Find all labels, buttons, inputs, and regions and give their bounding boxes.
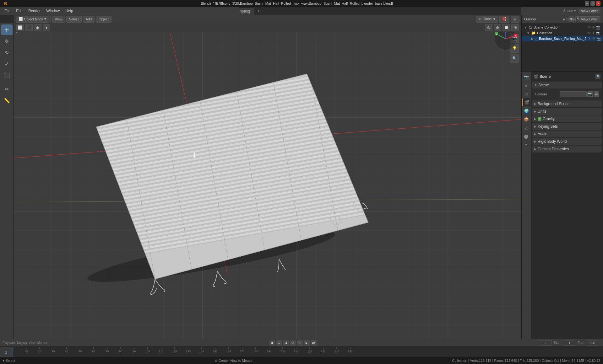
custom-props-label: Custom Properties — [538, 147, 569, 151]
keying-sets-toggle[interactable]: ▶ Keying Sets — [532, 123, 602, 130]
maximize-button[interactable]: □ — [590, 1, 595, 6]
rigid-body-toggle[interactable]: ▶ Rigid Body World — [532, 138, 602, 145]
svg-text:30: 30 — [52, 350, 55, 353]
sidebar-annotate-tool[interactable]: ✏ — [1, 84, 13, 94]
outliner-object[interactable]: ▶ △ Bamboo_Sushi_Rolling_Mat_2 👁 ✛ 📷 — [522, 36, 603, 41]
outliner-collection[interactable]: ▼ 📁 Collection 👁 ✛ 📷 — [522, 30, 603, 36]
sidebar-measure-tool[interactable]: 📏 — [1, 95, 13, 106]
units-toggle[interactable]: ▶ Units — [532, 108, 602, 115]
background-scene-toggle[interactable]: ▶ Background Scene — [532, 100, 602, 107]
jump-start-button[interactable]: ⏮ — [276, 340, 282, 346]
viewport-shading-wireframe[interactable]: ⬜ — [16, 24, 24, 31]
select-icon[interactable]: ✛ — [592, 25, 595, 29]
viewport-search-icon[interactable]: 🔍 — [510, 54, 519, 63]
camera-edit-icon[interactable]: ✏ — [594, 91, 599, 97]
viewport-grid — [14, 23, 521, 339]
rigid-body-section: ▶ Rigid Body World — [532, 138, 602, 145]
props-particle-icon[interactable]: ✦ — [522, 141, 530, 149]
play-button[interactable]: ▷ — [297, 340, 303, 346]
svg-text:140: 140 — [199, 350, 204, 353]
camera-browse-icon[interactable]: 📷 — [587, 91, 593, 97]
props-render-icon[interactable]: 📷 — [522, 73, 530, 81]
viewport-overlay-toggle[interactable]: ⊙ — [485, 24, 492, 31]
scene-canvas[interactable]: X Y Z 📷 💡 🔍 — [14, 23, 521, 339]
menu-file[interactable]: File — [2, 8, 13, 14]
status-bar: ● Select ⊕ Center View to Mouse Collecti… — [0, 357, 603, 364]
end-frame-display[interactable]: 250 — [587, 340, 598, 346]
menu-bar: File Edit Render Window Help — [0, 7, 239, 15]
gravity-toggle[interactable]: ▶ ✓ Gravity — [532, 115, 602, 122]
timeline-playback-btn[interactable]: Playback — [3, 341, 15, 345]
scene-collection-label: Scene Collection — [534, 25, 560, 29]
viewport-shading-rendered[interactable]: ● — [43, 24, 50, 31]
render-icon[interactable]: 📷 — [596, 25, 600, 29]
props-scene-icon[interactable]: 🎬 — [522, 98, 530, 106]
props-world-icon[interactable]: 🌍 — [522, 107, 530, 115]
minimize-button[interactable]: ─ — [585, 1, 589, 6]
add-workspace-button[interactable]: + — [255, 7, 262, 15]
scene-section-label: Scene — [538, 83, 549, 87]
menu-edit[interactable]: Edit — [14, 8, 25, 14]
timeline-keying-btn[interactable]: Keying — [17, 341, 27, 345]
sidebar-transform-tool[interactable]: ⬛ — [1, 70, 13, 80]
close-button[interactable]: ✕ — [596, 1, 600, 6]
global-local-toggle[interactable]: ⊕ Global ▾ — [476, 16, 498, 23]
svg-text:240: 240 — [334, 350, 339, 353]
viewport-3d[interactable]: ⬜ ⬛ ◉ ● ⊙ ⊕ 🔲 ◎ User Perspective (Local)… — [14, 23, 521, 339]
view-layer-label-tr[interactable]: View Layer — [579, 8, 600, 13]
svg-text:150: 150 — [213, 350, 217, 353]
object-mode-selector[interactable]: ⬜ Object Mode ▾ — [16, 16, 49, 23]
sidebar-rotate-tool[interactable]: ↻ — [1, 47, 13, 58]
select-icon[interactable]: ✛ — [592, 37, 595, 41]
visibility-icon[interactable]: 👁 — [587, 25, 591, 29]
viewport-gizmo-toggle[interactable]: ⊕ — [494, 24, 501, 31]
render-icon[interactable]: 📷 — [596, 31, 600, 35]
menu-window[interactable]: Window — [44, 8, 62, 14]
current-frame-display[interactable]: 1 — [539, 340, 551, 346]
custom-props-toggle[interactable]: ▶ Custom Properties — [532, 146, 602, 153]
props-viewlayer-icon[interactable]: 🗂 — [522, 90, 530, 98]
outliner-scene-collection[interactable]: ▼ 🗂 Scene Collection 👁 ✛ 📷 — [522, 24, 603, 30]
record-button[interactable]: ⏺ — [269, 340, 275, 346]
jump-end-button[interactable]: ⏭ — [311, 340, 317, 346]
viewport-shading-material[interactable]: ◉ — [34, 24, 41, 31]
sidebar-move-tool[interactable]: ✥ — [1, 36, 13, 46]
viewport-shading-solid[interactable]: ⬛ — [25, 24, 33, 31]
render-icon[interactable]: 📷 — [596, 37, 601, 41]
select-menu[interactable]: Select — [66, 16, 82, 23]
select-icon[interactable]: ✛ — [592, 31, 595, 35]
next-keyframe-button[interactable]: ▶ — [304, 340, 310, 346]
proportional-btn[interactable]: ◎ — [511, 16, 519, 23]
view-layer-label[interactable]: View Layer — [579, 17, 600, 22]
props-search-icon[interactable]: 🔍 — [595, 74, 600, 79]
object-menu[interactable]: Object — [96, 16, 111, 23]
menu-render[interactable]: Render — [26, 8, 43, 14]
props-output-icon[interactable]: 🖨 — [522, 81, 530, 89]
add-menu[interactable]: Add — [83, 16, 95, 23]
props-material-icon[interactable]: ⬤ — [522, 132, 530, 140]
start-frame-display[interactable]: 1 — [564, 340, 575, 346]
proportional-edit-toggle[interactable]: ◎ — [511, 24, 519, 31]
snap-toggle[interactable]: 🔲 — [503, 24, 510, 31]
menu-help[interactable]: Help — [63, 8, 76, 14]
prev-keyframe-button[interactable]: ◀ — [283, 340, 289, 346]
timeline-track[interactable]: 1 0 10 20 30 40 50 60 70 80 90 — [0, 347, 603, 358]
scene-section-toggle[interactable]: ▼ Scene — [532, 82, 602, 88]
timeline-view-btn[interactable]: View — [29, 341, 35, 345]
visibility-icon[interactable]: 👁 — [588, 37, 591, 41]
play-reverse-button[interactable]: ◁ — [290, 340, 296, 346]
view-menu[interactable]: View — [52, 16, 65, 23]
sidebar-scale-tool[interactable]: ⤢ — [1, 58, 13, 69]
audio-toggle[interactable]: ▶ Audio — [532, 131, 602, 137]
svg-text:230: 230 — [321, 350, 325, 353]
svg-text:10: 10 — [24, 350, 28, 353]
svg-text:120: 120 — [172, 350, 177, 353]
props-mesh-icon[interactable]: △ — [522, 124, 530, 132]
visibility-icon[interactable]: 👁 — [587, 31, 591, 35]
camera-field[interactable] — [560, 91, 587, 97]
sidebar-cursor-tool[interactable]: ✛ — [1, 24, 13, 35]
props-object-icon[interactable]: 📦 — [522, 115, 530, 123]
gravity-checkbox[interactable]: ✓ — [538, 117, 541, 121]
timeline-marker-btn[interactable]: Marker — [37, 341, 47, 345]
snap-btn[interactable]: 🧲 — [499, 16, 509, 23]
